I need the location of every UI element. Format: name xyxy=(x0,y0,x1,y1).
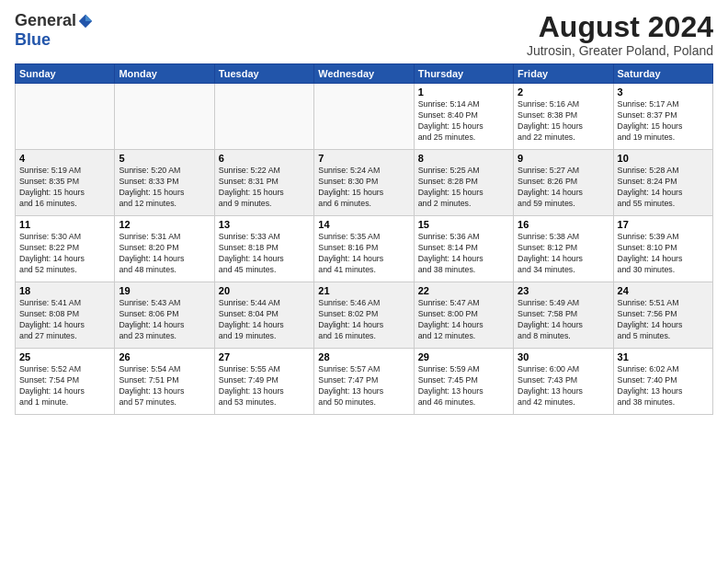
day-number: 8 xyxy=(418,153,509,164)
header: General Blue August 2024 Jutrosin, Great… xyxy=(15,11,713,58)
day-number: 27 xyxy=(219,351,310,362)
day-info: Sunrise: 5:46 AM Sunset: 8:02 PM Dayligh… xyxy=(318,298,409,342)
day-number: 3 xyxy=(618,86,709,98)
day-info: Sunrise: 5:47 AM Sunset: 8:00 PM Dayligh… xyxy=(418,298,509,342)
table-row: 27Sunrise: 5:55 AM Sunset: 7:49 PM Dayli… xyxy=(214,349,313,415)
table-row: 14Sunrise: 5:35 AM Sunset: 8:16 PM Dayli… xyxy=(314,216,414,282)
table-row: 19Sunrise: 5:43 AM Sunset: 8:06 PM Dayli… xyxy=(115,282,214,349)
table-row: 30Sunrise: 6:00 AM Sunset: 7:43 PM Dayli… xyxy=(514,349,613,415)
day-info: Sunrise: 5:14 AM Sunset: 8:40 PM Dayligh… xyxy=(418,99,509,144)
day-info: Sunrise: 5:49 AM Sunset: 7:58 PM Dayligh… xyxy=(518,298,609,342)
day-number: 10 xyxy=(618,153,709,164)
day-number: 17 xyxy=(618,219,709,230)
day-info: Sunrise: 5:57 AM Sunset: 7:47 PM Dayligh… xyxy=(318,364,409,408)
table-row: 26Sunrise: 5:54 AM Sunset: 7:51 PM Dayli… xyxy=(115,349,214,415)
calendar-table: Sunday Monday Tuesday Wednesday Thursday… xyxy=(15,63,713,415)
table-row: 2Sunrise: 5:16 AM Sunset: 8:38 PM Daylig… xyxy=(514,84,613,150)
calendar-week-row: 25Sunrise: 5:52 AM Sunset: 7:54 PM Dayli… xyxy=(16,349,713,415)
table-row: 9Sunrise: 5:27 AM Sunset: 8:26 PM Daylig… xyxy=(514,150,613,216)
day-info: Sunrise: 5:51 AM Sunset: 7:56 PM Dayligh… xyxy=(618,298,709,342)
col-sunday: Sunday xyxy=(16,64,115,84)
day-number: 21 xyxy=(318,285,409,296)
calendar-header-row: Sunday Monday Tuesday Wednesday Thursday… xyxy=(16,64,713,84)
day-number: 26 xyxy=(119,351,210,362)
day-info: Sunrise: 5:55 AM Sunset: 7:49 PM Dayligh… xyxy=(219,364,310,408)
day-info: Sunrise: 5:59 AM Sunset: 7:45 PM Dayligh… xyxy=(418,364,509,408)
day-info: Sunrise: 5:52 AM Sunset: 7:54 PM Dayligh… xyxy=(19,364,110,408)
day-number: 9 xyxy=(518,153,609,164)
table-row: 3Sunrise: 5:17 AM Sunset: 8:37 PM Daylig… xyxy=(613,84,712,150)
table-row: 15Sunrise: 5:36 AM Sunset: 8:14 PM Dayli… xyxy=(414,216,513,282)
table-row: 18Sunrise: 5:41 AM Sunset: 8:08 PM Dayli… xyxy=(16,282,115,349)
day-number: 25 xyxy=(19,351,110,362)
table-row xyxy=(214,84,313,150)
day-number: 29 xyxy=(418,351,509,362)
title-block: August 2024 Jutrosin, Greater Poland, Po… xyxy=(527,11,713,58)
calendar-week-row: 1Sunrise: 5:14 AM Sunset: 8:40 PM Daylig… xyxy=(16,84,713,150)
day-info: Sunrise: 5:19 AM Sunset: 8:35 PM Dayligh… xyxy=(19,166,110,210)
day-number: 23 xyxy=(518,285,609,296)
table-row: 1Sunrise: 5:14 AM Sunset: 8:40 PM Daylig… xyxy=(414,84,513,150)
table-row: 5Sunrise: 5:20 AM Sunset: 8:33 PM Daylig… xyxy=(115,150,214,216)
day-number: 13 xyxy=(219,219,310,230)
day-info: Sunrise: 5:17 AM Sunset: 8:37 PM Dayligh… xyxy=(618,99,709,144)
calendar-week-row: 18Sunrise: 5:41 AM Sunset: 8:08 PM Dayli… xyxy=(16,282,713,349)
day-number: 16 xyxy=(518,219,609,230)
table-row: 17Sunrise: 5:39 AM Sunset: 8:10 PM Dayli… xyxy=(613,216,712,282)
day-number: 4 xyxy=(19,153,110,164)
day-info: Sunrise: 5:30 AM Sunset: 8:22 PM Dayligh… xyxy=(19,232,110,276)
day-number: 19 xyxy=(119,285,210,296)
day-info: Sunrise: 5:35 AM Sunset: 8:16 PM Dayligh… xyxy=(318,232,409,276)
svg-marker-1 xyxy=(85,14,92,20)
day-number: 24 xyxy=(618,285,709,296)
table-row: 16Sunrise: 5:38 AM Sunset: 8:12 PM Dayli… xyxy=(514,216,613,282)
day-number: 12 xyxy=(119,219,210,230)
calendar-week-row: 11Sunrise: 5:30 AM Sunset: 8:22 PM Dayli… xyxy=(16,216,713,282)
day-info: Sunrise: 5:36 AM Sunset: 8:14 PM Dayligh… xyxy=(418,232,509,276)
table-row: 25Sunrise: 5:52 AM Sunset: 7:54 PM Dayli… xyxy=(16,349,115,415)
day-number: 6 xyxy=(219,153,310,164)
table-row: 24Sunrise: 5:51 AM Sunset: 7:56 PM Dayli… xyxy=(613,282,712,349)
calendar-title: August 2024 xyxy=(527,11,713,43)
day-info: Sunrise: 6:02 AM Sunset: 7:40 PM Dayligh… xyxy=(618,364,709,408)
day-info: Sunrise: 5:31 AM Sunset: 8:20 PM Dayligh… xyxy=(119,232,210,276)
page: General Blue August 2024 Jutrosin, Great… xyxy=(0,0,728,563)
table-row: 6Sunrise: 5:22 AM Sunset: 8:31 PM Daylig… xyxy=(214,150,313,216)
day-info: Sunrise: 5:41 AM Sunset: 8:08 PM Dayligh… xyxy=(19,298,110,342)
day-number: 31 xyxy=(618,351,709,362)
table-row xyxy=(314,84,414,150)
col-thursday: Thursday xyxy=(414,64,513,84)
col-friday: Friday xyxy=(514,64,613,84)
day-info: Sunrise: 5:43 AM Sunset: 8:06 PM Dayligh… xyxy=(119,298,210,342)
col-saturday: Saturday xyxy=(613,64,712,84)
table-row: 12Sunrise: 5:31 AM Sunset: 8:20 PM Dayli… xyxy=(115,216,214,282)
day-number: 1 xyxy=(418,86,509,98)
col-monday: Monday xyxy=(115,64,214,84)
table-row: 20Sunrise: 5:44 AM Sunset: 8:04 PM Dayli… xyxy=(214,282,313,349)
day-info: Sunrise: 5:28 AM Sunset: 8:24 PM Dayligh… xyxy=(618,166,709,210)
calendar-week-row: 4Sunrise: 5:19 AM Sunset: 8:35 PM Daylig… xyxy=(16,150,713,216)
day-info: Sunrise: 5:39 AM Sunset: 8:10 PM Dayligh… xyxy=(618,232,709,276)
col-wednesday: Wednesday xyxy=(314,64,414,84)
day-number: 22 xyxy=(418,285,509,296)
table-row: 22Sunrise: 5:47 AM Sunset: 8:00 PM Dayli… xyxy=(414,282,513,349)
day-info: Sunrise: 5:22 AM Sunset: 8:31 PM Dayligh… xyxy=(219,166,310,210)
day-info: Sunrise: 5:25 AM Sunset: 8:28 PM Dayligh… xyxy=(418,166,509,210)
day-number: 2 xyxy=(518,86,609,98)
day-info: Sunrise: 6:00 AM Sunset: 7:43 PM Dayligh… xyxy=(518,364,609,408)
table-row: 21Sunrise: 5:46 AM Sunset: 8:02 PM Dayli… xyxy=(314,282,414,349)
logo-blue: Blue xyxy=(15,30,51,50)
day-info: Sunrise: 5:33 AM Sunset: 8:18 PM Dayligh… xyxy=(219,232,310,276)
logo-general: General xyxy=(15,11,76,30)
day-number: 18 xyxy=(19,285,110,296)
table-row xyxy=(16,84,115,150)
day-number: 30 xyxy=(518,351,609,362)
table-row: 11Sunrise: 5:30 AM Sunset: 8:22 PM Dayli… xyxy=(16,216,115,282)
logo-icon xyxy=(77,13,94,29)
table-row: 23Sunrise: 5:49 AM Sunset: 7:58 PM Dayli… xyxy=(514,282,613,349)
table-row: 31Sunrise: 6:02 AM Sunset: 7:40 PM Dayli… xyxy=(613,349,712,415)
day-number: 11 xyxy=(19,219,110,230)
col-tuesday: Tuesday xyxy=(214,64,313,84)
calendar-subtitle: Jutrosin, Greater Poland, Poland xyxy=(527,43,713,58)
day-number: 15 xyxy=(418,219,509,230)
